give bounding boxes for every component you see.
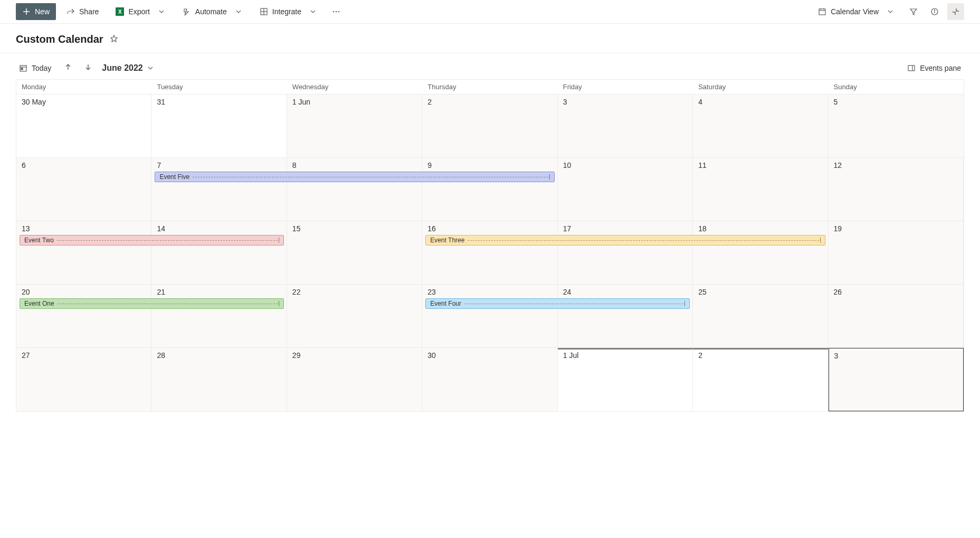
day-cell[interactable]: 3 [829,348,964,411]
arrow-up-icon [64,63,72,71]
day-cell[interactable]: 10 [558,158,693,221]
day-cell[interactable]: 30 [422,348,557,411]
day-number: 4 [698,98,822,106]
event-end-cap [279,301,279,306]
day-cell[interactable]: 3 [558,95,693,157]
calendar-controls: Today June 2022 Events pane [0,53,980,79]
day-cell[interactable]: 1 Jul [558,348,693,411]
day-cell[interactable]: 17 [558,221,693,284]
event-duration-line [193,177,548,177]
day-number: 12 [834,161,958,169]
day-number: 3 [563,98,687,106]
svg-rect-22 [908,65,915,71]
day-cell[interactable]: 7 [151,158,287,221]
day-cell[interactable]: 15 [287,221,422,284]
prev-month-button[interactable] [62,61,74,75]
dow-label: Thursday [422,80,557,94]
day-cell[interactable]: 18 [693,221,828,284]
svg-point-7 [338,11,339,12]
overflow-button[interactable] [328,3,345,20]
pane-icon [907,64,916,72]
export-button[interactable]: X Export [109,3,172,20]
day-cell[interactable]: 12 [829,158,964,221]
event-bar[interactable]: Event One [20,298,284,309]
day-cell[interactable]: 24 [558,285,693,347]
day-number: 2 [427,98,551,106]
day-cell[interactable]: 9 [422,158,557,221]
day-cell[interactable]: 16 [422,221,557,284]
week-row: 30 May311 Jun2345 [16,95,964,158]
day-cell[interactable]: 2 [422,95,557,157]
today-button[interactable]: Today [16,62,54,74]
event-end-cap [684,301,685,306]
day-cell[interactable]: 28 [151,348,287,411]
event-title: Event Four [430,300,461,307]
plus-icon [22,7,31,16]
day-cell[interactable]: 1 Jun [287,95,422,157]
automate-button[interactable]: Automate [176,3,249,20]
chevron-down-icon [146,64,155,72]
export-label: Export [128,7,149,16]
day-cell[interactable]: 6 [16,158,151,221]
day-number: 24 [563,288,687,296]
chevron-down-icon [886,7,895,16]
event-title: Event Three [430,237,464,244]
event-bar[interactable]: Event Four [425,298,690,309]
day-cell[interactable]: 14 [151,221,287,284]
day-cell[interactable]: 19 [829,221,964,284]
day-cell[interactable]: 5 [829,95,964,157]
event-duration-line [464,304,683,304]
event-bar[interactable]: Event Two [20,235,284,246]
dow-label: Monday [16,80,151,94]
month-picker[interactable]: June 2022 [102,63,154,73]
view-switcher-button[interactable]: Calendar View [812,3,901,20]
day-cell[interactable]: 23 [422,285,557,347]
day-cell[interactable]: 30 May [16,95,151,157]
event-duration-line [58,304,278,304]
dow-label: Tuesday [151,80,287,94]
day-cell[interactable]: 25 [693,285,828,347]
svg-marker-12 [910,9,917,15]
day-cell[interactable]: 2 [693,348,828,411]
integrate-button[interactable]: Integrate [253,3,324,20]
day-number: 22 [292,288,416,296]
events-pane-button[interactable]: Events pane [904,62,964,74]
day-cell[interactable]: 26 [829,285,964,347]
day-cell[interactable]: 11 [693,158,828,221]
day-cell[interactable]: 29 [287,348,422,411]
chevron-down-icon [157,7,166,16]
day-number: 13 [22,224,146,233]
day-cell[interactable]: 31 [151,95,287,157]
day-number: 6 [22,161,146,169]
event-bar[interactable]: Event Five [155,172,554,182]
day-number: 18 [698,224,822,233]
day-cell[interactable]: 8 [287,158,422,221]
share-icon [66,7,75,16]
next-month-button[interactable] [82,61,94,75]
collapse-button[interactable] [947,3,964,20]
new-button[interactable]: New [16,3,56,20]
event-end-cap [279,238,279,243]
day-cell[interactable]: 4 [693,95,828,157]
day-cell[interactable]: 21 [151,285,287,347]
svg-marker-16 [111,35,117,42]
favorite-button[interactable] [110,34,118,44]
grid-icon [260,7,268,16]
share-button[interactable]: Share [60,3,105,20]
toolbar: New Share X Export Automate Integrate [0,0,980,24]
day-cell[interactable]: 22 [287,285,422,347]
filter-button[interactable] [905,3,922,20]
day-number: 15 [292,224,416,233]
day-cell[interactable]: 20 [16,285,151,347]
flow-icon [183,7,191,16]
collapse-icon [952,7,960,16]
automate-label: Automate [195,7,227,16]
day-number: 23 [427,288,551,296]
dow-label: Sunday [829,80,964,94]
day-cell[interactable]: 27 [16,348,151,411]
info-button[interactable] [926,3,943,20]
event-bar[interactable]: Event Three [425,235,825,246]
day-number: 31 [157,98,281,106]
event-title: Event Five [159,173,189,181]
day-cell[interactable]: 13 [16,221,151,284]
